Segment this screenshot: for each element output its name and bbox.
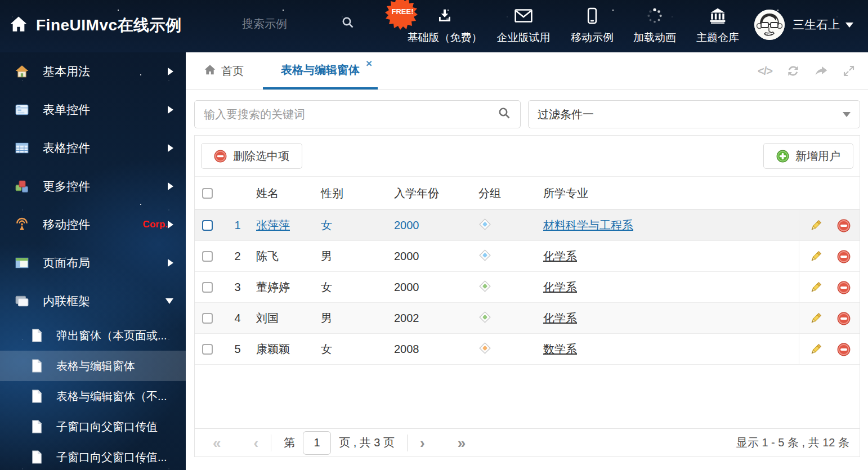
add-user-button[interactable]: 新增用户 [763,143,853,169]
header-search-input[interactable] [242,17,321,30]
col-header-name[interactable]: 姓名 [249,186,321,201]
major-link[interactable]: 化学系 [543,249,799,264]
edit-icon[interactable] [809,343,822,356]
username: 三生石上 [793,17,840,33]
edit-icon[interactable] [809,250,822,263]
row-checkbox[interactable] [202,313,213,324]
row-actions [799,241,860,272]
grid-panel: 删除选中项 新增用户 姓名 性别 入学年份 分组 所学专业 1 张萍萍 女 20… [194,135,860,457]
nav-item-enterprise[interactable]: 企业版试用 [492,7,555,45]
page-next-button[interactable]: › [420,436,425,450]
file-icon [31,390,43,403]
page-last-button[interactable]: » [458,436,466,450]
sidebar-item-layout[interactable]: 页面布局 [0,244,186,282]
download-icon [436,7,454,26]
table-row[interactable]: 2 陈飞 男 2000 化学系 [195,241,860,272]
delete-icon[interactable] [837,250,851,263]
user-menu[interactable]: 三生石上 [754,10,853,40]
cell-gender: 女 [321,218,394,233]
sidebar-subitem-grid-window[interactable]: 表格与编辑窗体 [0,351,186,381]
delete-icon[interactable] [837,312,851,325]
close-icon[interactable]: × [366,58,372,69]
select-all-checkbox[interactable] [202,188,213,199]
row-checkbox[interactable] [202,344,213,355]
delete-icon[interactable] [837,343,851,356]
sidebar-item-grid[interactable]: 表格控件 [0,129,186,167]
row-actions [799,334,860,365]
page-first-button[interactable]: « [213,436,221,450]
delete-selected-label: 删除选中项 [233,149,289,164]
refresh-icon[interactable] [786,64,800,78]
delete-selected-button[interactable]: 删除选中项 [201,143,302,169]
cell-year: 2002 [394,312,478,325]
app-logo[interactable]: FineUIMvc在线示例 [9,15,182,36]
col-header-major[interactable]: 所学专业 [543,186,799,201]
search-icon[interactable] [341,16,355,32]
cell-gender: 女 [321,280,394,295]
share-icon[interactable] [814,64,829,78]
expand-icon[interactable] [842,64,856,78]
home-icon [15,64,29,79]
search-icon[interactable] [498,106,511,122]
delete-icon[interactable] [837,219,851,232]
cell-name[interactable]: 张萍萍 [249,218,321,233]
layout-icon [15,256,29,270]
sidebar-subitem-grid-window-2[interactable]: 表格与编辑窗体（不... [0,381,186,411]
divider [271,435,271,451]
sidebar-item-mobile[interactable]: 移动控件 Corp. [0,205,186,244]
sidebar-subitem-child-value[interactable]: 子窗口向父窗口传值 [0,411,186,442]
nav-item-basic[interactable]: 基础版（免费） [410,7,480,45]
sidebar-item-iframe[interactable]: 内联框架 [0,282,186,320]
sidebar-item-label: 移动控件 [43,217,138,232]
page-prev-button[interactable]: ‹ [253,436,258,450]
cell-name: 康颖颖 [249,342,321,357]
cell-gender: 女 [321,342,394,357]
cell-group [478,218,543,234]
row-number: 4 [226,312,249,325]
major-link[interactable]: 化学系 [543,311,799,326]
tab-home[interactable]: 首页 [204,52,244,89]
nav-item-mobile[interactable]: 移动示例 [567,7,617,45]
col-header-year[interactable]: 入学年份 [394,186,478,201]
sidebar-subitem-popup[interactable]: 弹出窗体（本页面或... [0,320,186,351]
nav-item-loading[interactable]: 加载动画 [629,7,680,45]
sidebar-item-more[interactable]: 更多控件 [0,167,186,205]
table-row[interactable]: 1 张萍萍 女 2000 材料科学与工程系 [195,210,860,241]
file-icon [31,420,43,433]
major-link[interactable]: 材料科学与工程系 [543,218,799,233]
table-row[interactable]: 3 董婷婷 女 2000 化学系 [195,272,860,303]
row-checkbox[interactable] [202,220,213,231]
edit-icon[interactable] [809,219,822,232]
page-label-prefix: 第 [284,435,295,450]
divider [407,435,408,451]
major-link[interactable]: 化学系 [543,280,799,295]
major-link[interactable]: 数学系 [543,342,799,357]
sidebar-item-form[interactable]: 表单控件 [0,91,186,129]
home-icon [204,64,216,79]
tab-grid-window[interactable]: 表格与编辑窗体 × [263,52,378,89]
keyword-search-input[interactable] [204,108,498,121]
chevron-down-icon [845,23,853,28]
envelope-icon [514,7,533,26]
row-number: 2 [226,250,249,263]
col-header-gender[interactable]: 性别 [321,186,394,201]
row-checkbox[interactable] [202,282,213,293]
nav-item-themes[interactable]: 主题仓库 [692,7,743,45]
sidebar-item-label: 更多控件 [43,178,168,194]
sidebar-item-basic[interactable]: 基本用法 [0,52,186,91]
page-number-input[interactable] [303,431,331,455]
sidebar-subitem-child-value-2[interactable]: 子窗口向父窗口传值... [0,442,186,470]
row-checkbox[interactable] [202,251,213,262]
table-row[interactable]: 5 康颖颖 女 2008 数学系 [195,334,860,365]
delete-icon[interactable] [837,281,851,294]
code-icon[interactable]: </> [758,65,772,78]
edit-icon[interactable] [809,281,822,294]
filter-dropdown[interactable]: 过滤条件一 [528,100,860,128]
sidebar-item-label: 表单控件 [43,102,168,118]
row-number: 5 [226,343,249,356]
row-number: 3 [226,281,249,294]
edit-icon[interactable] [809,312,822,325]
col-header-group[interactable]: 分组 [478,186,543,201]
sidebar: 基本用法 表单控件 表格控件 更多控件 移动控件 Corp. 页面布局 [0,52,186,470]
table-row[interactable]: 4 刘国 男 2002 化学系 [195,303,860,334]
